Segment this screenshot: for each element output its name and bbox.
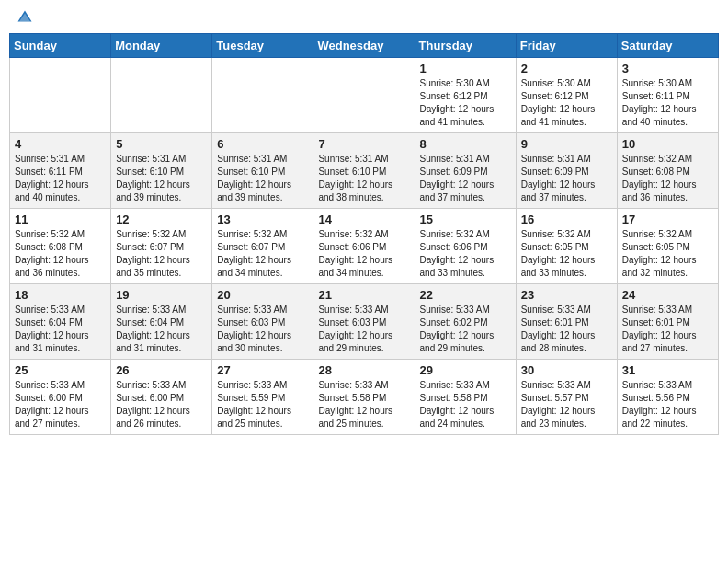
day-info: Sunrise: 5:30 AM Sunset: 6:11 PM Dayligh… bbox=[622, 77, 713, 129]
day-number: 11 bbox=[15, 213, 106, 226]
day-number: 16 bbox=[521, 213, 612, 226]
day-number: 15 bbox=[420, 213, 511, 226]
calendar-cell: 6Sunrise: 5:31 AM Sunset: 6:10 PM Daylig… bbox=[212, 133, 313, 209]
day-number: 8 bbox=[420, 137, 511, 151]
day-info: Sunrise: 5:33 AM Sunset: 6:01 PM Dayligh… bbox=[622, 304, 713, 355]
day-number: 27 bbox=[217, 363, 308, 377]
calendar-week-row: 18Sunrise: 5:33 AM Sunset: 6:04 PM Dayli… bbox=[10, 284, 719, 360]
day-info: Sunrise: 5:33 AM Sunset: 6:04 PM Dayligh… bbox=[15, 304, 106, 355]
day-info: Sunrise: 5:32 AM Sunset: 6:06 PM Dayligh… bbox=[420, 228, 511, 280]
day-info: Sunrise: 5:31 AM Sunset: 6:09 PM Dayligh… bbox=[420, 153, 511, 204]
calendar-week-row: 11Sunrise: 5:32 AM Sunset: 6:08 PM Dayli… bbox=[10, 209, 719, 284]
calendar-cell: 8Sunrise: 5:31 AM Sunset: 6:09 PM Daylig… bbox=[415, 133, 516, 209]
day-of-week-header: Wednesday bbox=[313, 34, 415, 58]
calendar-cell: 3Sunrise: 5:30 AM Sunset: 6:11 PM Daylig… bbox=[617, 58, 718, 133]
calendar-week-row: 25Sunrise: 5:33 AM Sunset: 6:00 PM Dayli… bbox=[10, 360, 719, 435]
day-number: 20 bbox=[217, 288, 308, 302]
calendar-header-row: SundayMondayTuesdayWednesdayThursdayFrid… bbox=[10, 34, 719, 58]
calendar-cell: 19Sunrise: 5:33 AM Sunset: 6:04 PM Dayli… bbox=[111, 284, 212, 360]
day-number: 3 bbox=[622, 62, 713, 75]
day-number: 12 bbox=[116, 213, 207, 226]
day-info: Sunrise: 5:31 AM Sunset: 6:10 PM Dayligh… bbox=[116, 153, 207, 204]
day-number: 17 bbox=[622, 213, 713, 226]
day-info: Sunrise: 5:31 AM Sunset: 6:10 PM Dayligh… bbox=[318, 153, 409, 204]
day-info: Sunrise: 5:31 AM Sunset: 6:09 PM Dayligh… bbox=[521, 153, 612, 204]
calendar-cell: 23Sunrise: 5:33 AM Sunset: 6:01 PM Dayli… bbox=[516, 284, 617, 360]
day-number: 24 bbox=[622, 288, 713, 302]
day-of-week-header: Friday bbox=[516, 34, 617, 58]
day-of-week-header: Thursday bbox=[415, 34, 516, 58]
day-number: 23 bbox=[521, 288, 612, 302]
calendar-cell bbox=[10, 58, 111, 133]
day-number: 4 bbox=[15, 137, 106, 151]
day-info: Sunrise: 5:32 AM Sunset: 6:05 PM Dayligh… bbox=[521, 228, 612, 280]
day-info: Sunrise: 5:33 AM Sunset: 5:58 PM Dayligh… bbox=[318, 379, 409, 431]
calendar-cell: 18Sunrise: 5:33 AM Sunset: 6:04 PM Dayli… bbox=[10, 284, 111, 360]
day-info: Sunrise: 5:32 AM Sunset: 6:06 PM Dayligh… bbox=[318, 228, 409, 280]
day-info: Sunrise: 5:32 AM Sunset: 6:08 PM Dayligh… bbox=[622, 153, 713, 204]
calendar-cell: 11Sunrise: 5:32 AM Sunset: 6:08 PM Dayli… bbox=[10, 209, 111, 284]
day-number: 25 bbox=[15, 363, 106, 377]
day-number: 1 bbox=[420, 62, 511, 75]
day-number: 18 bbox=[15, 288, 106, 302]
day-info: Sunrise: 5:32 AM Sunset: 6:08 PM Dayligh… bbox=[15, 228, 106, 280]
calendar-cell bbox=[212, 58, 313, 133]
day-info: Sunrise: 5:33 AM Sunset: 6:03 PM Dayligh… bbox=[318, 304, 409, 355]
logo-icon bbox=[17, 9, 33, 26]
calendar-cell bbox=[111, 58, 212, 133]
day-info: Sunrise: 5:33 AM Sunset: 5:57 PM Dayligh… bbox=[521, 379, 612, 431]
day-number: 26 bbox=[116, 363, 207, 377]
page-header bbox=[9, 9, 719, 26]
calendar-cell: 9Sunrise: 5:31 AM Sunset: 6:09 PM Daylig… bbox=[516, 133, 617, 209]
calendar-table: SundayMondayTuesdayWednesdayThursdayFrid… bbox=[9, 33, 719, 435]
day-number: 30 bbox=[521, 363, 612, 377]
day-number: 19 bbox=[116, 288, 207, 302]
calendar-cell: 29Sunrise: 5:33 AM Sunset: 5:58 PM Dayli… bbox=[415, 360, 516, 435]
calendar-cell: 31Sunrise: 5:33 AM Sunset: 5:56 PM Dayli… bbox=[617, 360, 718, 435]
day-info: Sunrise: 5:33 AM Sunset: 6:01 PM Dayligh… bbox=[521, 304, 612, 355]
calendar-cell: 20Sunrise: 5:33 AM Sunset: 6:03 PM Dayli… bbox=[212, 284, 313, 360]
calendar-cell: 15Sunrise: 5:32 AM Sunset: 6:06 PM Dayli… bbox=[415, 209, 516, 284]
calendar-cell: 2Sunrise: 5:30 AM Sunset: 6:12 PM Daylig… bbox=[516, 58, 617, 133]
day-number: 31 bbox=[622, 363, 713, 377]
day-number: 13 bbox=[217, 213, 308, 226]
calendar-cell: 27Sunrise: 5:33 AM Sunset: 5:59 PM Dayli… bbox=[212, 360, 313, 435]
calendar-cell: 14Sunrise: 5:32 AM Sunset: 6:06 PM Dayli… bbox=[313, 209, 415, 284]
calendar-cell: 24Sunrise: 5:33 AM Sunset: 6:01 PM Dayli… bbox=[617, 284, 718, 360]
day-number: 10 bbox=[622, 137, 713, 151]
calendar-cell: 1Sunrise: 5:30 AM Sunset: 6:12 PM Daylig… bbox=[415, 58, 516, 133]
day-info: Sunrise: 5:33 AM Sunset: 5:59 PM Dayligh… bbox=[217, 379, 308, 431]
day-of-week-header: Tuesday bbox=[212, 34, 313, 58]
calendar-cell: 5Sunrise: 5:31 AM Sunset: 6:10 PM Daylig… bbox=[111, 133, 212, 209]
calendar-cell: 12Sunrise: 5:32 AM Sunset: 6:07 PM Dayli… bbox=[111, 209, 212, 284]
day-of-week-header: Sunday bbox=[10, 34, 111, 58]
day-info: Sunrise: 5:33 AM Sunset: 6:03 PM Dayligh… bbox=[217, 304, 308, 355]
calendar-cell bbox=[313, 58, 415, 133]
day-info: Sunrise: 5:33 AM Sunset: 5:56 PM Dayligh… bbox=[622, 379, 713, 431]
day-info: Sunrise: 5:32 AM Sunset: 6:07 PM Dayligh… bbox=[217, 228, 308, 280]
day-info: Sunrise: 5:33 AM Sunset: 6:00 PM Dayligh… bbox=[15, 379, 106, 431]
calendar-cell: 16Sunrise: 5:32 AM Sunset: 6:05 PM Dayli… bbox=[516, 209, 617, 284]
day-info: Sunrise: 5:31 AM Sunset: 6:10 PM Dayligh… bbox=[217, 153, 308, 204]
calendar-week-row: 4Sunrise: 5:31 AM Sunset: 6:11 PM Daylig… bbox=[10, 133, 719, 209]
day-number: 21 bbox=[318, 288, 409, 302]
day-info: Sunrise: 5:33 AM Sunset: 6:04 PM Dayligh… bbox=[116, 304, 207, 355]
calendar-cell: 26Sunrise: 5:33 AM Sunset: 6:00 PM Dayli… bbox=[111, 360, 212, 435]
calendar-cell: 4Sunrise: 5:31 AM Sunset: 6:11 PM Daylig… bbox=[10, 133, 111, 209]
calendar-cell: 7Sunrise: 5:31 AM Sunset: 6:10 PM Daylig… bbox=[313, 133, 415, 209]
calendar-week-row: 1Sunrise: 5:30 AM Sunset: 6:12 PM Daylig… bbox=[10, 58, 719, 133]
calendar-cell: 13Sunrise: 5:32 AM Sunset: 6:07 PM Dayli… bbox=[212, 209, 313, 284]
day-number: 14 bbox=[318, 213, 409, 226]
day-info: Sunrise: 5:32 AM Sunset: 6:05 PM Dayligh… bbox=[622, 228, 713, 280]
calendar-cell: 30Sunrise: 5:33 AM Sunset: 5:57 PM Dayli… bbox=[516, 360, 617, 435]
day-number: 28 bbox=[318, 363, 409, 377]
day-info: Sunrise: 5:33 AM Sunset: 6:00 PM Dayligh… bbox=[116, 379, 207, 431]
day-number: 9 bbox=[521, 137, 612, 151]
day-info: Sunrise: 5:30 AM Sunset: 6:12 PM Dayligh… bbox=[521, 77, 612, 129]
calendar-cell: 21Sunrise: 5:33 AM Sunset: 6:03 PM Dayli… bbox=[313, 284, 415, 360]
day-of-week-header: Monday bbox=[111, 34, 212, 58]
day-of-week-header: Saturday bbox=[617, 34, 718, 58]
calendar-cell: 28Sunrise: 5:33 AM Sunset: 5:58 PM Dayli… bbox=[313, 360, 415, 435]
calendar-cell: 10Sunrise: 5:32 AM Sunset: 6:08 PM Dayli… bbox=[617, 133, 718, 209]
calendar-cell: 17Sunrise: 5:32 AM Sunset: 6:05 PM Dayli… bbox=[617, 209, 718, 284]
